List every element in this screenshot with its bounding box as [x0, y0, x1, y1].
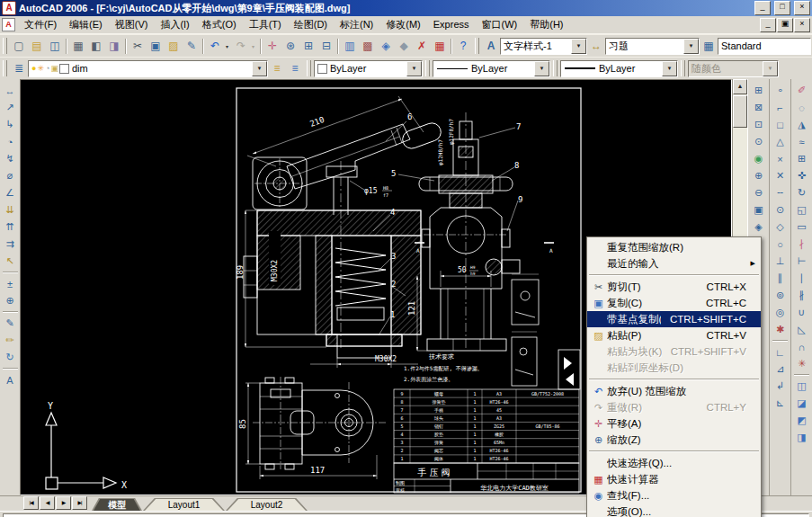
dim-jogged-button[interactable]: ↯ — [2, 150, 19, 167]
toolbar-grip[interactable] — [3, 38, 7, 54]
menu-item-10[interactable]: 窗口(W) — [476, 17, 524, 32]
layer-previous-icon[interactable]: ≡ — [268, 59, 286, 77]
context-menu-item-cut[interactable]: ✂剪切(T)CTRL+X — [587, 279, 761, 295]
dim-text-edit-button[interactable]: ✏ — [2, 332, 19, 349]
join-tool[interactable]: ∪ — [793, 304, 810, 321]
rotate-tool[interactable]: ↻ — [793, 184, 810, 201]
document-icon[interactable]: A — [2, 18, 15, 31]
dim-aligned-button[interactable]: ↗ — [2, 99, 19, 116]
zoom-window-tool[interactable]: ⊞ — [750, 82, 767, 99]
dim-radius-button[interactable]: ◔ — [2, 133, 19, 150]
context-menu-item-copy[interactable]: ▣复制(C)CTRL+C — [587, 295, 761, 311]
tray-cancel-button[interactable]: ✗ — [413, 37, 431, 55]
toolbar-grip[interactable] — [307, 60, 311, 76]
zoom-previous-button[interactable]: ⊟ — [317, 37, 335, 55]
dim-continue-button[interactable]: ⇉ — [2, 236, 19, 253]
snap-intersection[interactable]: × — [772, 150, 789, 167]
menu-item-0[interactable]: 文件(F) — [18, 17, 63, 32]
save-button[interactable]: ◫ — [46, 37, 64, 55]
close-button[interactable]: × — [794, 1, 810, 15]
toolbar-grip[interactable] — [475, 38, 479, 54]
context-menu-item-recent-input[interactable]: 最近的输入▶ — [587, 255, 761, 272]
quick-calc-button[interactable]: ▦ — [431, 37, 449, 55]
hyperlink-button[interactable]: ◈ — [377, 37, 395, 55]
scale-tool[interactable]: ◱ — [793, 201, 810, 218]
break-tool[interactable]: ∦ — [793, 287, 810, 304]
sheet-set-manager-button[interactable]: ▥ — [341, 37, 359, 55]
child-minimize-button[interactable]: _ — [760, 18, 776, 32]
menu-item-9[interactable]: Express — [427, 17, 476, 32]
snap-tangent[interactable]: ○ — [772, 236, 789, 253]
snap-nearest[interactable]: ◎ — [772, 304, 789, 321]
markup-set-manager-button[interactable]: ▩ — [359, 37, 377, 55]
toolbar-grip[interactable] — [681, 60, 685, 76]
snap-extension[interactable]: ╌ — [772, 184, 789, 201]
match-properties-button[interactable]: ✎ — [183, 37, 201, 55]
lineweight-combo[interactable]: ByLayer ▼ — [560, 60, 678, 77]
child-restore-button[interactable]: ▣ — [777, 18, 793, 32]
snap-center[interactable]: ⊙ — [772, 201, 789, 218]
erase-tool[interactable]: ✐ — [793, 82, 810, 99]
layer-combo[interactable]: ●✳◔▣ dim ▼ — [28, 60, 268, 77]
chevron-down-icon[interactable]: ▼ — [683, 39, 699, 54]
zoom-window-button[interactable]: ⊞ — [299, 37, 317, 55]
snap-endpoint[interactable]: □ — [772, 116, 789, 133]
dim-ordinate-button[interactable]: ↳ — [2, 116, 19, 133]
draworder-front-tool[interactable]: ◫ — [793, 378, 810, 395]
open-button[interactable]: ▤ — [28, 37, 46, 55]
tab-nav-button-0[interactable]: |◀ — [23, 496, 39, 510]
array-tool[interactable]: ⊞ — [793, 150, 810, 167]
dim-style-button[interactable]: A — [2, 371, 19, 388]
menu-item-7[interactable]: 标注(N) — [334, 17, 379, 32]
zoom-scale-tool[interactable]: ⊡ — [750, 116, 767, 133]
draworder-under-tool[interactable]: ◨ — [793, 429, 810, 446]
snap-quadrant[interactable]: ◇ — [772, 218, 789, 236]
quick-dimension-button[interactable]: ⇊ — [2, 201, 19, 218]
chevron-down-icon[interactable]: ▼ — [406, 61, 422, 76]
snap-node[interactable]: ⊚ — [772, 287, 789, 304]
tab-nav-button-3[interactable]: ▶| — [72, 496, 87, 510]
table-style-combo[interactable]: Standard — [718, 38, 811, 55]
offset-tool[interactable]: ≈ — [793, 133, 810, 150]
menu-item-6[interactable]: 绘图(D) — [288, 17, 334, 32]
zoom-center-tool[interactable]: ⊙ — [750, 133, 767, 150]
layer-states-icon[interactable]: ≡ — [286, 59, 304, 77]
paste-button[interactable]: ▨ — [165, 37, 183, 55]
title-bar[interactable]: A AutoCAD 2006 - [F:\cyj\AutoCAD从零开始\dwg… — [0, 0, 812, 16]
fillet-tool[interactable]: ∩ — [793, 338, 810, 355]
color-combo[interactable]: ByLayer ▼ — [314, 60, 423, 77]
dim-baseline-button[interactable]: ⇈ — [2, 218, 19, 236]
undo-button[interactable]: ↶ — [206, 37, 224, 55]
context-menu-item-zoom[interactable]: ⊕缩放(Z) — [587, 432, 761, 448]
chevron-down-icon[interactable]: ▼ — [571, 39, 586, 54]
explode-tool[interactable]: ✳ — [793, 355, 810, 372]
snap-apparent-intersection[interactable]: ✕ — [772, 167, 789, 184]
child-close-button[interactable]: × — [794, 18, 810, 32]
extend-tool[interactable]: ⊢ — [793, 253, 810, 270]
scroll-up-button[interactable]: ▲ — [733, 79, 747, 94]
dim-angular-button[interactable]: ∠ — [2, 184, 19, 201]
context-menu-item-quick-select[interactable]: 快速选择(Q)... — [587, 455, 761, 471]
center-mark-button[interactable]: ⊕ — [2, 292, 19, 309]
toolbar-grip[interactable] — [3, 60, 7, 76]
zoom-object-tool[interactable]: ◉ — [750, 150, 767, 167]
menu-item-4[interactable]: 格式(O) — [196, 17, 243, 32]
dim-linear-button[interactable]: ↔ — [2, 82, 19, 99]
redo-button[interactable]: ↷ — [232, 37, 250, 55]
context-menu-item-paste[interactable]: ▨粘贴(P)CTRL+V — [587, 327, 761, 343]
ucs-previous-tool[interactable]: ↲ — [772, 378, 789, 395]
menu-item-8[interactable]: 修改(M) — [379, 17, 427, 32]
zoom-extents-tool[interactable]: ◈ — [750, 218, 767, 236]
dim-style-combo[interactable]: 习题 ▼ — [605, 38, 700, 55]
chevron-down-icon[interactable]: ▼ — [534, 61, 549, 76]
lock-icon[interactable]: ▣ — [50, 64, 58, 73]
draworder-back-tool[interactable]: ◪ — [793, 395, 810, 412]
chamfer-tool[interactable]: ◺ — [793, 321, 810, 338]
menu-item-1[interactable]: 编辑(E) — [63, 17, 109, 32]
minimize-button[interactable]: _ — [754, 1, 771, 15]
context-menu-item-quick-calc[interactable]: ▦快速计算器 — [587, 471, 761, 487]
copy-tool[interactable]: ◌ — [793, 99, 810, 116]
dim-update-button[interactable]: ↻ — [2, 349, 19, 366]
osnap-settings[interactable]: ✱ — [772, 321, 789, 338]
trim-tool[interactable]: ∤ — [793, 236, 810, 253]
